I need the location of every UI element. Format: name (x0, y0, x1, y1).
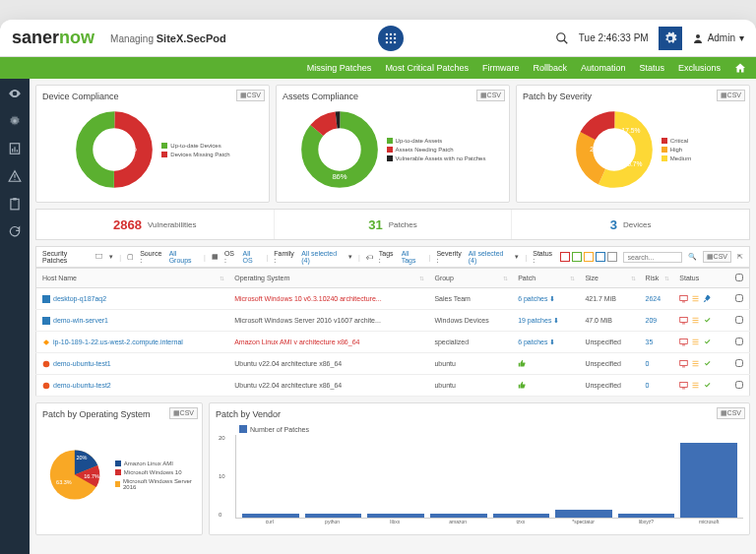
col-os[interactable]: Operating System⇅ (228, 269, 428, 288)
csv-button[interactable]: ▦CSV (717, 90, 745, 101)
family-filter[interactable]: All selected (4) (301, 250, 343, 264)
bar[interactable] (618, 514, 675, 518)
svg-point-0 (386, 32, 388, 34)
bar[interactable] (242, 514, 299, 518)
risk-link[interactable]: 0 (646, 360, 650, 367)
thumb-icon (518, 359, 527, 368)
col-size[interactable]: Size⇅ (579, 269, 639, 288)
stat-vulnerabilities[interactable]: 2868 Vulnerabilities (36, 210, 275, 239)
os-cell: Ubuntu v22.04 architecture x86_64 (228, 353, 428, 375)
select-all-checkbox[interactable] (735, 274, 743, 281)
row-checkbox[interactable] (735, 338, 743, 345)
bar-label: amazon (429, 519, 486, 524)
row-checkbox[interactable] (735, 316, 743, 324)
risk-link[interactable]: 2624 (646, 295, 662, 302)
stat-patches[interactable]: 31 Patches (275, 210, 513, 239)
svg-text:56.7%: 56.7% (623, 160, 642, 167)
svg-rect-16 (17, 150, 18, 152)
patch-link[interactable]: 19 patches ⬇ (518, 317, 559, 324)
admin-menu[interactable]: Admin ▾ (692, 32, 744, 44)
check-icon (703, 338, 712, 346)
os-cell: Microsoft Windows Server 2016 v1607 arch… (228, 310, 428, 332)
nav-critical-patches[interactable]: Most Critical Patches (385, 63, 469, 73)
csv-button[interactable]: ▦CSV (236, 90, 265, 101)
monitor-red-icon[interactable] (679, 316, 688, 325)
list-icon[interactable] (691, 381, 700, 390)
bar[interactable] (555, 510, 612, 518)
list-icon[interactable] (691, 294, 700, 303)
vendor-bar-chart: 20100 (235, 435, 743, 519)
dropdown-icon[interactable]: ▾ (109, 253, 113, 261)
alert-icon[interactable] (8, 169, 22, 183)
nav-exclusions[interactable]: Exclusions (678, 63, 721, 73)
risk-link[interactable]: 35 (646, 339, 654, 345)
monitor-red-icon[interactable] (679, 359, 688, 368)
home-icon[interactable] (734, 62, 746, 74)
stats-row: 2868 Vulnerabilities 31 Patches 3 Device… (35, 209, 750, 240)
search-icon[interactable] (555, 31, 569, 45)
managing-label: Managing SiteX.SecPod (110, 32, 226, 44)
csv-button[interactable]: ▦CSV (703, 251, 731, 263)
table-row: ip-10-189-1-22.us-west-2.compute.interna… (36, 332, 750, 353)
expand-icon[interactable]: ⇱ (737, 253, 743, 261)
host-link[interactable]: demo-ubuntu-test1 (53, 360, 111, 367)
csv-button[interactable]: ▦CSV (476, 90, 505, 101)
nav-automation[interactable]: Automation (581, 63, 626, 73)
os-filter[interactable]: All OS (243, 250, 261, 264)
monitor-red-icon[interactable] (679, 338, 688, 346)
risk-link[interactable]: 0 (646, 382, 650, 389)
nav-firmware[interactable]: Firmware (482, 63, 520, 73)
row-checkbox[interactable] (735, 294, 743, 302)
host-link[interactable]: demo-ubuntu-test2 (53, 382, 111, 389)
table-row: desktop-q187aq2 Microsoft Windows 10 v6.… (36, 288, 750, 310)
square-icon: ▢ (127, 253, 134, 261)
col-group[interactable]: Group⇅ (428, 269, 512, 288)
search-input[interactable] (623, 252, 682, 263)
bar[interactable] (493, 514, 550, 518)
source-filter[interactable]: All Groups (169, 250, 198, 264)
gear-sidebar-icon[interactable] (8, 114, 22, 128)
col-status[interactable]: Status (673, 269, 729, 288)
bar[interactable] (680, 443, 737, 518)
host-link[interactable]: ip-10-189-1-22.us-west-2.compute.interna… (53, 339, 183, 345)
status-icons[interactable] (560, 252, 617, 262)
monitor-red-icon[interactable] (679, 294, 688, 303)
apps-button[interactable] (378, 26, 404, 51)
host-link[interactable]: demo-win-server1 (53, 317, 108, 324)
search-go-icon[interactable]: 🔍 (688, 253, 697, 261)
csv-button[interactable]: ▦CSV (717, 407, 745, 419)
list-icon[interactable] (691, 338, 700, 346)
list-icon[interactable] (691, 359, 700, 368)
monitor-red-icon[interactable] (679, 381, 688, 390)
col-hostname[interactable]: Host Name⇅ (36, 269, 229, 288)
status-actions (679, 294, 724, 303)
eye-icon[interactable] (8, 87, 22, 100)
severity-filter[interactable]: All selected (4) (469, 250, 510, 264)
bar[interactable] (430, 514, 487, 518)
stat-devices[interactable]: 3 Devices (512, 210, 749, 239)
list-icon[interactable] (691, 316, 700, 325)
risk-link[interactable]: 209 (646, 317, 658, 324)
svg-text:50%: 50% (122, 145, 137, 154)
refresh-icon[interactable] (8, 224, 22, 238)
svg-rect-42 (42, 317, 50, 325)
bar[interactable] (305, 514, 362, 518)
clipboard-icon[interactable] (8, 197, 22, 211)
host-link[interactable]: desktop-q187aq2 (53, 295, 106, 302)
csv-button[interactable]: ▦CSV (169, 407, 198, 419)
col-patch[interactable]: Patch⇅ (512, 269, 579, 288)
row-checkbox[interactable] (735, 381, 743, 389)
row-checkbox[interactable] (735, 359, 743, 367)
nav-missing-patches[interactable]: Missing Patches (307, 63, 372, 73)
monitor-icon (94, 253, 103, 261)
col-risk[interactable]: Risk⇅ (640, 269, 674, 288)
patch-link[interactable]: 6 patches ⬇ (518, 339, 555, 345)
nav-rollback[interactable]: Rollback (533, 63, 567, 73)
settings-button[interactable] (659, 27, 682, 50)
tags-filter[interactable]: All Tags (402, 250, 423, 264)
report-icon[interactable] (8, 142, 22, 155)
bar[interactable] (367, 514, 424, 518)
nav-status[interactable]: Status (639, 63, 664, 73)
patch-link[interactable]: 6 patches ⬇ (518, 295, 555, 302)
managing-site[interactable]: SiteX.SecPod (157, 32, 226, 44)
